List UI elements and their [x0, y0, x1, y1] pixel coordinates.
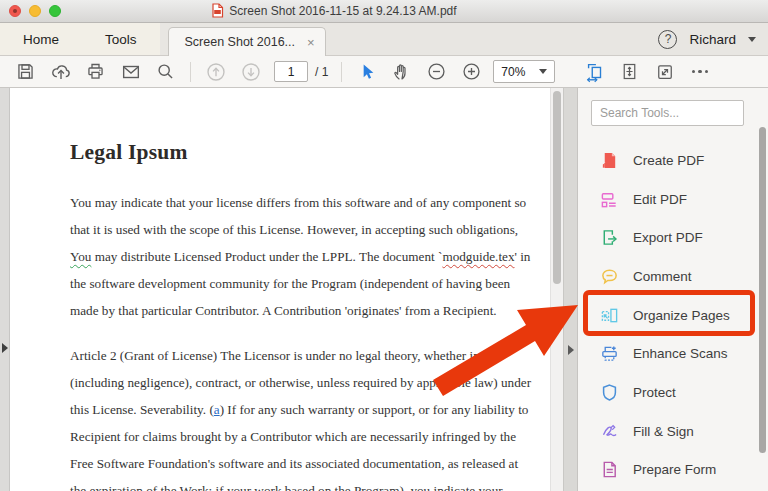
export-pdf-icon: [599, 228, 619, 248]
text-line: You may distribute Licensed Product unde…: [70, 243, 540, 270]
text-line: made by that particular Contributor. A C…: [70, 297, 540, 324]
search-icon: [155, 61, 176, 82]
document-scrollbar[interactable]: [550, 88, 563, 491]
prepare-form-icon: [599, 460, 619, 480]
search-button[interactable]: [148, 58, 183, 85]
sidebar-tool-create-pdf[interactable]: Create PDF: [578, 141, 768, 180]
tool-label: Create PDF: [633, 153, 704, 168]
document-tab[interactable]: Screen Shot 2016... ×: [168, 27, 326, 56]
fill-sign-icon: [599, 421, 619, 441]
page-number-input[interactable]: [274, 61, 308, 82]
print-button[interactable]: [78, 58, 113, 85]
zoom-level-value: 70%: [501, 65, 525, 79]
cloud-upload-icon: [50, 61, 72, 83]
text-line: Article 2 (Grant of License) The Licenso…: [70, 342, 540, 369]
fit-page-button[interactable]: [612, 58, 647, 85]
cursor-arrow-icon: [357, 62, 377, 82]
zoom-level-dropdown[interactable]: 70%: [493, 60, 555, 83]
document-paragraph: Article 2 (Grant of License) The Licenso…: [70, 342, 540, 491]
printer-icon: [85, 61, 106, 82]
tool-label: Comment: [633, 269, 692, 284]
document-paragraph: You may indicate that your license diffe…: [70, 189, 540, 324]
text-line: Recipient for claims brought by a Contri…: [70, 423, 540, 450]
text-line: the software development community for t…: [70, 270, 540, 297]
edit-pdf-icon: [599, 189, 619, 209]
window-title-area: Screen Shot 2016-11-15 at 9.24.13 AM.pdf: [0, 0, 718, 21]
fit-width-button[interactable]: [577, 58, 612, 85]
tool-label: Enhance Scans: [633, 346, 728, 361]
page-down-icon: [240, 61, 262, 83]
tool-label: Protect: [633, 385, 676, 400]
sidebar-scrollbar[interactable]: [759, 127, 766, 453]
tabbar-right-cluster: ? Richard: [658, 23, 756, 55]
create-pdf-icon: [599, 150, 619, 170]
tool-label: Fill & Sign: [633, 424, 694, 439]
main-area: Legal Ipsum You may indicate that your l…: [0, 88, 768, 491]
more-tools-button[interactable]: [682, 58, 717, 85]
save-button[interactable]: [8, 58, 43, 85]
toolbar-divider: [341, 62, 342, 82]
fullscreen-button[interactable]: [647, 58, 682, 85]
envelope-icon: [120, 61, 142, 83]
panel-splitter[interactable]: [563, 88, 577, 491]
navigation-pane-strip[interactable]: [0, 88, 10, 491]
page-total-label: / 1: [315, 65, 328, 79]
hand-icon: [391, 61, 412, 82]
toolbar-divider: [190, 62, 191, 82]
close-tab-icon[interactable]: ×: [307, 36, 315, 49]
email-button[interactable]: [113, 58, 148, 85]
toolbar: / 1 70%: [0, 56, 768, 88]
tab-tools[interactable]: Tools: [82, 23, 160, 55]
save-icon: [15, 61, 36, 82]
collapse-tools-pane-icon[interactable]: [568, 345, 574, 355]
scrollbar-thumb[interactable]: [553, 91, 561, 284]
spellcheck-word: modguide.tex: [442, 249, 514, 264]
hand-tool-button[interactable]: [384, 58, 419, 85]
pdf-document-view: Legal Ipsum You may indicate that your l…: [10, 88, 563, 491]
fit-page-icon: [619, 61, 640, 82]
text-line: that it is used with the scope of this L…: [70, 216, 540, 243]
text-line: this License. Severability. (a) If for a…: [70, 396, 540, 423]
sidebar-tool-edit-pdf[interactable]: Edit PDF: [578, 180, 768, 219]
tool-label: Prepare Form: [633, 462, 716, 477]
tab-bar: Home Tools Screen Shot 2016... × ? Richa…: [0, 23, 768, 56]
sidebar-tool-protect[interactable]: Protect: [578, 373, 768, 412]
text-line: Free Software Foundation's software and …: [70, 450, 540, 477]
document-heading: Legal Ipsum: [70, 140, 188, 165]
next-page-button[interactable]: [233, 58, 268, 85]
ellipsis-icon: [692, 70, 708, 73]
organize-pages-highlight-box: [583, 290, 755, 336]
chevron-down-icon[interactable]: [748, 37, 756, 42]
help-icon[interactable]: ?: [658, 30, 677, 49]
text-line: (including negligence), contract, or oth…: [70, 369, 540, 396]
zoom-out-button[interactable]: [419, 58, 454, 85]
sidebar-tool-fill-sign[interactable]: Fill & Sign: [578, 412, 768, 451]
text-line: You may indicate that your license diffe…: [70, 189, 540, 216]
fullscreen-icon: [655, 62, 675, 82]
pdf-file-icon: [211, 3, 224, 18]
search-tools-input[interactable]: [591, 100, 744, 126]
expand-panel-icon[interactable]: [2, 343, 8, 353]
tool-label: Export PDF: [633, 230, 703, 245]
zoom-in-icon: [461, 61, 482, 82]
nav-tabs: Home Tools: [0, 23, 160, 55]
chevron-down-icon: [539, 69, 547, 74]
zoom-in-button[interactable]: [454, 58, 489, 85]
tab-home[interactable]: Home: [0, 23, 82, 55]
sidebar-tool-export-pdf[interactable]: Export PDF: [578, 218, 768, 257]
select-tool-button[interactable]: [349, 58, 384, 85]
sidebar-tool-prepare-form[interactable]: Prepare Form: [578, 451, 768, 490]
zoom-out-icon: [426, 61, 447, 82]
spellcheck-word: You: [70, 249, 91, 264]
window-title: Screen Shot 2016-11-15 at 9.24.13 AM.pdf: [229, 4, 456, 18]
tool-label: Edit PDF: [633, 192, 687, 207]
protect-icon: [599, 382, 619, 402]
sidebar-tool-enhance-scans[interactable]: Enhance Scans: [578, 334, 768, 373]
text-line: the expiration of the Work: if your work…: [70, 477, 540, 491]
previous-page-button[interactable]: [198, 58, 233, 85]
document-tab-label: Screen Shot 2016...: [185, 35, 296, 49]
user-menu-label[interactable]: Richard: [689, 32, 736, 47]
tools-sidebar: Create PDF Edit PDF Export PDF Comment: [577, 88, 768, 491]
share-upload-button[interactable]: [43, 58, 78, 85]
page-up-icon: [205, 61, 227, 83]
